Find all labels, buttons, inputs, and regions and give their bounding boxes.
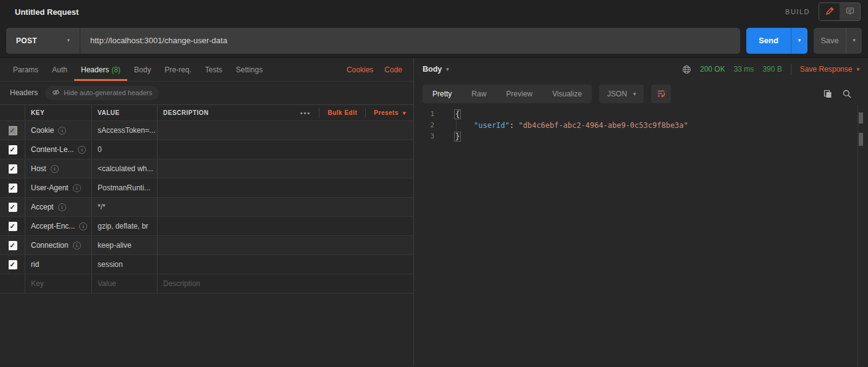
- table-row: rid session: [0, 255, 413, 274]
- line-number: 2: [414, 120, 442, 131]
- new-value-input[interactable]: Value: [92, 274, 158, 293]
- column-header-value: VALUE: [92, 105, 158, 120]
- chevron-down-icon: ▾: [853, 38, 856, 43]
- info-icon[interactable]: [73, 184, 81, 192]
- send-button-group: Send ▾: [746, 28, 807, 54]
- format-dropdown[interactable]: JSON ▾: [599, 85, 644, 103]
- row-checkbox[interactable]: [8, 126, 17, 135]
- chevron-down-icon: ▾: [798, 38, 801, 43]
- editor-overview-ruler: [857, 105, 858, 366]
- hide-autogenerated-toggle[interactable]: Hide auto-generated headers: [45, 86, 159, 100]
- tab-auth[interactable]: Auth: [45, 58, 74, 81]
- more-options-icon[interactable]: •••: [300, 109, 311, 117]
- save-options-button[interactable]: ▾: [846, 28, 862, 54]
- tab-raw[interactable]: Raw: [461, 85, 496, 103]
- row-checkbox[interactable]: [8, 184, 17, 193]
- response-body-dropdown[interactable]: Body ▾: [423, 65, 449, 74]
- request-tabbar: Params Auth Headers (8) Body Pre-req. Te…: [0, 58, 413, 82]
- build-label: BUILD: [785, 8, 810, 15]
- save-button-group: Save ▾: [814, 28, 862, 54]
- presets-dropdown[interactable]: Presets ▾: [374, 109, 406, 116]
- tab-pre-request[interactable]: Pre-req.: [158, 58, 198, 81]
- info-icon[interactable]: [79, 222, 87, 230]
- comment-icon: [845, 6, 855, 18]
- wrap-text-icon: [656, 88, 666, 100]
- response-time: 33 ms: [734, 65, 754, 74]
- request-bar: POST ▾ Send ▾ Save ▾: [0, 23, 868, 58]
- save-response-dropdown[interactable]: Save Response ▾: [800, 65, 859, 74]
- code-line: 1 {: [414, 109, 868, 120]
- save-button[interactable]: Save: [814, 28, 846, 54]
- new-description-input[interactable]: Description: [158, 274, 413, 293]
- table-row: Host <calculated wh...: [0, 159, 413, 179]
- headers-table: KEY VALUE DESCRIPTION ••• Bulk Edit Pres…: [0, 104, 413, 293]
- json-value-token: "db4c6ebf-abc2-4964-abe9-0c53c9f8be3a": [518, 121, 688, 130]
- wrap-text-button[interactable]: [651, 85, 671, 103]
- pencil-icon: [825, 6, 835, 18]
- tab-params[interactable]: Params: [6, 58, 45, 81]
- headers-table-body: Cookie sAccessToken=... Content-Le... 0 …: [0, 121, 413, 293]
- method-dropdown[interactable]: POST ▾: [6, 28, 80, 54]
- topbar: Untitled Request BUILD: [0, 0, 868, 23]
- headers-count-badge: (8): [111, 65, 120, 74]
- tab-visualize[interactable]: Visualize: [542, 85, 592, 103]
- chevron-down-icon: ▾: [856, 66, 859, 72]
- row-checkbox[interactable]: [8, 260, 17, 269]
- request-title: Untitled Request: [15, 7, 78, 17]
- cookies-link[interactable]: Cookies: [347, 65, 373, 74]
- table-row: Content-Le... 0: [0, 140, 413, 159]
- json-key-token: "userId": [474, 121, 510, 130]
- headers-section-label: Headers: [10, 88, 38, 97]
- request-panel: Params Auth Headers (8) Body Pre-req. Te…: [0, 58, 414, 366]
- send-options-button[interactable]: ▾: [791, 28, 807, 54]
- tab-tests[interactable]: Tests: [198, 58, 229, 81]
- chevron-down-icon: ▾: [67, 38, 70, 43]
- row-checkbox[interactable]: [8, 145, 17, 154]
- bulk-edit-link[interactable]: Bulk Edit: [327, 109, 357, 116]
- row-checkbox[interactable]: [8, 164, 17, 174]
- tab-preview[interactable]: Preview: [496, 85, 542, 103]
- table-row: Accept-Enc... gzip, deflate, br: [0, 217, 413, 236]
- scrollbar-mark[interactable]: [859, 112, 863, 124]
- line-number: 1: [414, 109, 442, 120]
- table-row: Cookie sAccessToken=...: [0, 121, 413, 140]
- row-checkbox[interactable]: [8, 222, 17, 231]
- eye-off-icon: [52, 88, 60, 98]
- tab-headers[interactable]: Headers (8): [74, 58, 127, 81]
- line-number: 3: [414, 131, 442, 142]
- network-globe-icon[interactable]: [682, 65, 691, 74]
- search-icon[interactable]: [842, 89, 852, 99]
- new-key-input[interactable]: Key: [25, 274, 92, 293]
- json-colon-token: :: [510, 121, 518, 130]
- headers-table-head: KEY VALUE DESCRIPTION ••• Bulk Edit Pres…: [0, 105, 413, 121]
- tab-body[interactable]: Body: [127, 58, 158, 81]
- response-body-editor[interactable]: 1 { 2 "userId": "db4c6ebf-abc2-4964-abe9…: [414, 109, 868, 142]
- chevron-down-icon: ▾: [633, 91, 636, 97]
- copy-icon[interactable]: [823, 89, 833, 99]
- row-checkbox[interactable]: [8, 241, 17, 250]
- tab-settings[interactable]: Settings: [229, 58, 269, 81]
- row-checkbox[interactable]: [8, 203, 17, 212]
- info-icon[interactable]: [51, 165, 59, 173]
- table-row: Connection keep-alive: [0, 236, 413, 255]
- column-header-key: KEY: [25, 105, 92, 120]
- code-line: 3 }: [414, 131, 868, 142]
- url-input[interactable]: [80, 28, 740, 54]
- info-icon[interactable]: [58, 203, 66, 211]
- scrollbar-mark[interactable]: [859, 133, 863, 146]
- status-badge: 200 OK: [700, 65, 725, 74]
- info-icon[interactable]: [73, 242, 81, 250]
- comment-button[interactable]: [840, 3, 860, 20]
- edit-mode-button[interactable]: [819, 3, 840, 20]
- response-size: 390 B: [762, 65, 782, 74]
- send-button[interactable]: Send: [746, 28, 791, 54]
- method-label: POST: [16, 36, 37, 45]
- info-icon[interactable]: [58, 127, 66, 135]
- tab-pretty[interactable]: Pretty: [423, 85, 461, 103]
- new-header-row: Key Value Description: [0, 274, 413, 293]
- info-icon[interactable]: [78, 146, 86, 154]
- response-view-tabs: Pretty Raw Preview Visualize: [423, 85, 592, 103]
- response-panel: Body ▾ 200 OK 33 ms 390 B Save Response: [414, 58, 868, 366]
- chevron-down-icon: ▾: [446, 67, 449, 72]
- code-link[interactable]: Code: [384, 65, 402, 74]
